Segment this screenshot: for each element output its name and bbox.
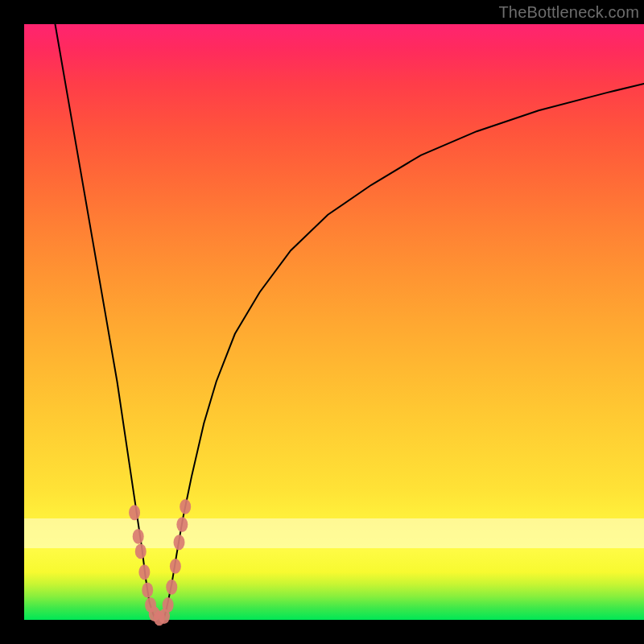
plot-area <box>24 24 644 620</box>
marker-point <box>129 505 140 520</box>
marker-point <box>174 535 185 550</box>
marker-point <box>133 529 144 544</box>
marker-point <box>180 499 191 514</box>
marker-point <box>138 564 150 580</box>
marker-point <box>176 517 188 532</box>
curve-group <box>56 24 645 620</box>
series-right-ascent <box>163 84 644 620</box>
marker-point <box>166 580 177 595</box>
chart-frame: TheBottleneck.com <box>0 0 644 644</box>
chart-curves <box>24 24 644 620</box>
marker-point <box>163 597 174 613</box>
marker-point <box>170 559 181 574</box>
watermark-text: TheBottleneck.com <box>498 3 639 22</box>
marker-point <box>135 543 147 559</box>
marker-point <box>142 583 153 598</box>
marker-group <box>129 499 191 625</box>
